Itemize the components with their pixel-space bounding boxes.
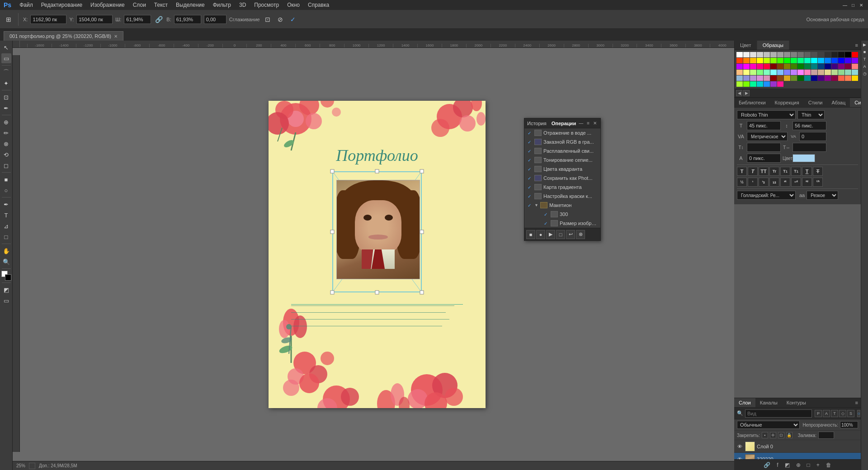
menu-edit[interactable]: Редактирование — [38, 1, 86, 9]
swatch-cell[interactable] — [743, 58, 750, 63]
vscale-input[interactable] — [747, 143, 781, 152]
swatch-cell[interactable] — [750, 75, 756, 81]
swatch-cell[interactable] — [757, 75, 763, 81]
swatch-cell[interactable] — [770, 81, 777, 87]
swatch-cell[interactable] — [797, 70, 804, 75]
small-caps-btn[interactable]: Tr — [769, 167, 779, 176]
pen-tool[interactable]: ✒ — [1, 199, 11, 209]
italic-btn[interactable]: T — [748, 167, 758, 176]
strip-btn-3[interactable]: T — [862, 57, 868, 62]
swatch-cell[interactable] — [736, 52, 743, 57]
ops-item[interactable]: ✓ Настройка краски к... — [524, 192, 600, 201]
swatch-cell[interactable] — [825, 52, 831, 57]
path-tool[interactable]: ⊿ — [1, 221, 11, 231]
ops-menu-btn[interactable]: ≡ — [586, 120, 590, 127]
layers-menu-icon[interactable]: ≡ — [853, 398, 861, 407]
layer-visibility-eye[interactable]: 👁 — [736, 444, 743, 449]
underline-btn[interactable]: T — [802, 167, 812, 176]
swatch-cell[interactable] — [852, 70, 858, 75]
swatch-cell[interactable] — [757, 64, 763, 69]
swatch-cell[interactable] — [852, 75, 858, 81]
tab-close-button[interactable]: ✕ — [114, 34, 118, 39]
new-group-btn[interactable]: □ — [805, 461, 812, 469]
swatch-cell[interactable] — [845, 75, 851, 81]
strike-btn[interactable]: T — [813, 167, 823, 176]
swatch-cell[interactable] — [777, 70, 783, 75]
document-tab[interactable]: 001 портфолио.png @ 25% (320220, RGB/8) … — [4, 31, 123, 41]
menu-image[interactable]: Изображение — [87, 1, 128, 9]
swatch-cell[interactable] — [743, 52, 750, 57]
swatch-cell[interactable] — [736, 75, 743, 81]
background-color[interactable] — [5, 274, 11, 281]
h-input[interactable] — [174, 15, 201, 24]
swatch-cell[interactable] — [791, 64, 797, 69]
font-size-input[interactable] — [747, 121, 781, 130]
filter-pixel-btn[interactable]: P — [815, 410, 822, 417]
swatches-tab[interactable]: Образцы — [757, 41, 789, 50]
swatch-cell[interactable] — [811, 52, 817, 57]
filter-smart-btn[interactable]: S — [847, 410, 854, 417]
swatch-cell[interactable] — [852, 58, 858, 63]
swatch-cell[interactable] — [831, 58, 838, 63]
swatch-cell[interactable] — [757, 52, 763, 57]
crop-tool[interactable]: ⊡ — [1, 92, 11, 102]
swatch-cell[interactable] — [825, 64, 831, 69]
ops-expand-icon[interactable]: ▼ — [534, 203, 538, 207]
denom-btn[interactable]: ₁₂ — [769, 178, 779, 187]
swatch-cell[interactable] — [784, 52, 790, 57]
swatch-cell[interactable] — [804, 70, 811, 75]
ord-btn[interactable]: ¹ — [748, 178, 758, 187]
strip-btn-5[interactable]: ◷ — [862, 71, 868, 77]
quick-mask-tool[interactable]: ◩ — [1, 285, 11, 295]
swatch-cell[interactable] — [831, 75, 838, 81]
lock-pixel-btn[interactable]: ▪ — [762, 432, 768, 438]
filter-shape-btn[interactable]: ◇ — [839, 410, 846, 417]
font-family-select[interactable]: Roboto Thin — [737, 110, 796, 119]
language-select[interactable]: Голландский: Ре... — [737, 191, 796, 200]
swatch-cell[interactable] — [784, 70, 790, 75]
history-brush-tool[interactable]: ⟲ — [1, 150, 11, 160]
swatch-cell[interactable] — [825, 58, 831, 63]
swatch-cell[interactable] — [818, 70, 824, 75]
cancel-transform-icon[interactable]: ⊘ — [275, 14, 285, 24]
collapse-left-btn[interactable]: ◀ — [736, 90, 742, 96]
menu-view[interactable]: Просмотр — [250, 1, 283, 9]
swatch-cell[interactable] — [757, 70, 763, 75]
shape-tool[interactable]: □ — [1, 232, 11, 242]
caps-btn[interactable]: TT — [759, 167, 769, 176]
super3-btn[interactable]: ⁿᵈ — [791, 178, 801, 187]
ops-new-btn[interactable]: ↩ — [566, 230, 575, 239]
ops-close-btn[interactable]: ✕ — [592, 120, 598, 127]
delete-layer-btn[interactable]: 🗑 — [824, 461, 833, 469]
swatch-cell[interactable] — [750, 64, 756, 69]
swatch-cell[interactable] — [736, 64, 743, 69]
lock-move-btn[interactable]: ✛ — [770, 432, 776, 438]
swatch-cell[interactable] — [838, 52, 844, 57]
swatch-cell[interactable] — [804, 52, 811, 57]
screen-mode-tool[interactable]: ▭ — [1, 296, 11, 306]
swatch-cell[interactable] — [791, 58, 797, 63]
menu-layers[interactable]: Слои — [129, 1, 150, 9]
swatch-cell[interactable] — [764, 52, 770, 57]
swatch-cell[interactable] — [838, 75, 844, 81]
ops-stop-btn[interactable]: ■ — [526, 230, 535, 239]
aa-select[interactable]: Резкое — [807, 191, 838, 200]
frac-btn[interactable]: ½ — [737, 178, 747, 187]
correction-tab[interactable]: Коррекция — [770, 98, 804, 107]
swatch-cell[interactable] — [797, 58, 804, 63]
ops-item[interactable]: ✓ Карта градиента — [524, 183, 600, 192]
new-adjustment-btn[interactable]: ⊕ — [794, 461, 802, 469]
menu-3d[interactable]: 3D — [236, 1, 250, 9]
ops-child-item[interactable]: ✓ Размер изображ... — [532, 219, 600, 228]
color-tab[interactable]: Цвет — [735, 41, 757, 50]
swatch-cell[interactable] — [831, 52, 838, 57]
swatch-cell[interactable] — [777, 52, 783, 57]
super-btn[interactable]: T1 — [780, 167, 790, 176]
font-style-select[interactable]: Thin — [797, 110, 825, 119]
add-mask-btn[interactable]: ◩ — [783, 461, 792, 469]
swatch-cell[interactable] — [845, 64, 851, 69]
swatch-cell[interactable] — [838, 70, 844, 75]
warp-icon[interactable]: ⊡ — [263, 14, 273, 24]
super4-btn[interactable]: ʳᵈ — [802, 178, 812, 187]
swatch-cell[interactable] — [811, 75, 817, 81]
